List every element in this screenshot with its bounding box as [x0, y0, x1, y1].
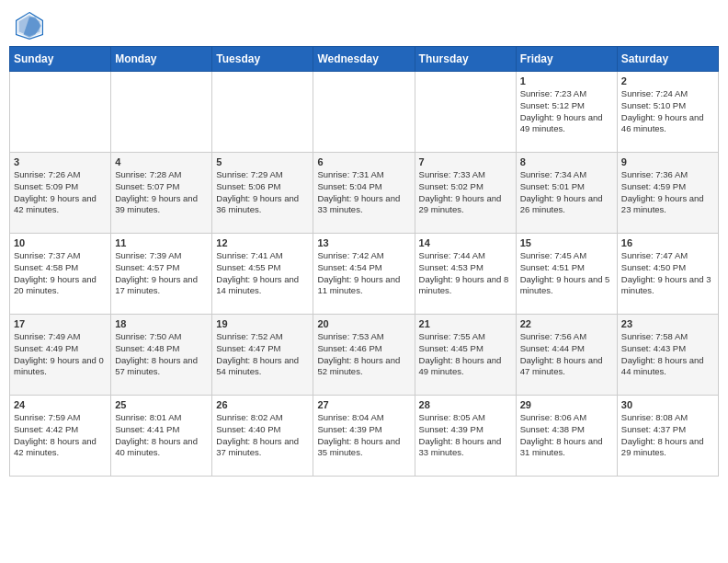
day-number: 10	[14, 237, 107, 248]
day-cell: 27Sunrise: 8:04 AM Sunset: 4:39 PM Dayli…	[313, 396, 415, 477]
header-cell-tuesday: Tuesday	[212, 47, 313, 72]
day-cell: 12Sunrise: 7:41 AM Sunset: 4:55 PM Dayli…	[212, 234, 313, 315]
day-cell: 6Sunrise: 7:31 AM Sunset: 5:04 PM Daylig…	[313, 153, 415, 234]
week-row-2: 10Sunrise: 7:37 AM Sunset: 4:58 PM Dayli…	[10, 234, 719, 315]
day-info: Sunrise: 7:45 AM Sunset: 4:51 PM Dayligh…	[520, 250, 613, 297]
day-number: 2	[621, 75, 714, 86]
day-info: Sunrise: 7:23 AM Sunset: 5:12 PM Dayligh…	[520, 88, 613, 135]
day-cell: 28Sunrise: 8:05 AM Sunset: 4:39 PM Dayli…	[415, 396, 516, 477]
header-cell-sunday: Sunday	[10, 47, 111, 72]
day-number: 22	[520, 318, 613, 329]
day-info: Sunrise: 8:08 AM Sunset: 4:37 PM Dayligh…	[621, 412, 714, 459]
day-number: 27	[317, 399, 410, 410]
day-number: 6	[317, 156, 410, 167]
logo-icon	[15, 11, 44, 40]
day-info: Sunrise: 7:55 AM Sunset: 4:45 PM Dayligh…	[419, 331, 512, 378]
day-number: 15	[520, 237, 613, 248]
day-number: 25	[115, 399, 208, 410]
week-row-0: 1Sunrise: 7:23 AM Sunset: 5:12 PM Daylig…	[10, 72, 719, 153]
week-row-4: 24Sunrise: 7:59 AM Sunset: 4:42 PM Dayli…	[10, 396, 719, 477]
day-info: Sunrise: 7:56 AM Sunset: 4:44 PM Dayligh…	[520, 331, 613, 378]
day-number: 26	[216, 399, 309, 410]
day-cell: 3Sunrise: 7:26 AM Sunset: 5:09 PM Daylig…	[10, 153, 111, 234]
day-cell: 5Sunrise: 7:29 AM Sunset: 5:06 PM Daylig…	[212, 153, 313, 234]
day-cell: 13Sunrise: 7:42 AM Sunset: 4:54 PM Dayli…	[313, 234, 415, 315]
calendar: SundayMondayTuesdayWednesdayThursdayFrid…	[0, 46, 728, 563]
day-cell: 4Sunrise: 7:28 AM Sunset: 5:07 PM Daylig…	[111, 153, 212, 234]
day-info: Sunrise: 7:52 AM Sunset: 4:47 PM Dayligh…	[216, 331, 309, 378]
day-info: Sunrise: 7:37 AM Sunset: 4:58 PM Dayligh…	[14, 250, 107, 297]
day-cell: 22Sunrise: 7:56 AM Sunset: 4:44 PM Dayli…	[516, 315, 617, 396]
day-number: 28	[419, 399, 512, 410]
day-info: Sunrise: 7:59 AM Sunset: 4:42 PM Dayligh…	[14, 412, 107, 459]
day-cell: 30Sunrise: 8:08 AM Sunset: 4:37 PM Dayli…	[617, 396, 718, 477]
day-cell	[313, 72, 415, 153]
day-cell	[111, 72, 212, 153]
header-row: SundayMondayTuesdayWednesdayThursdayFrid…	[10, 47, 719, 72]
day-number: 17	[14, 318, 107, 329]
day-number: 14	[419, 237, 512, 248]
day-number: 9	[621, 156, 714, 167]
day-cell: 14Sunrise: 7:44 AM Sunset: 4:53 PM Dayli…	[415, 234, 516, 315]
header-cell-wednesday: Wednesday	[313, 47, 415, 72]
day-info: Sunrise: 7:53 AM Sunset: 4:46 PM Dayligh…	[317, 331, 410, 378]
day-info: Sunrise: 8:05 AM Sunset: 4:39 PM Dayligh…	[419, 412, 512, 459]
day-info: Sunrise: 7:31 AM Sunset: 5:04 PM Dayligh…	[317, 169, 410, 216]
day-number: 7	[419, 156, 512, 167]
day-info: Sunrise: 7:26 AM Sunset: 5:09 PM Dayligh…	[14, 169, 107, 216]
calendar-table: SundayMondayTuesdayWednesdayThursdayFrid…	[9, 46, 719, 477]
day-cell: 26Sunrise: 8:02 AM Sunset: 4:40 PM Dayli…	[212, 396, 313, 477]
day-number: 20	[317, 318, 410, 329]
day-info: Sunrise: 7:29 AM Sunset: 5:06 PM Dayligh…	[216, 169, 309, 216]
day-number: 30	[621, 399, 714, 410]
day-cell: 2Sunrise: 7:24 AM Sunset: 5:10 PM Daylig…	[617, 72, 718, 153]
day-info: Sunrise: 7:47 AM Sunset: 4:50 PM Dayligh…	[621, 250, 714, 297]
header-cell-friday: Friday	[516, 47, 617, 72]
day-cell: 9Sunrise: 7:36 AM Sunset: 4:59 PM Daylig…	[617, 153, 718, 234]
day-cell: 18Sunrise: 7:50 AM Sunset: 4:48 PM Dayli…	[111, 315, 212, 396]
day-number: 18	[115, 318, 208, 329]
day-number: 3	[14, 156, 107, 167]
header-cell-monday: Monday	[111, 47, 212, 72]
day-info: Sunrise: 7:28 AM Sunset: 5:07 PM Dayligh…	[115, 169, 208, 216]
day-info: Sunrise: 7:44 AM Sunset: 4:53 PM Dayligh…	[419, 250, 512, 297]
day-info: Sunrise: 7:58 AM Sunset: 4:43 PM Dayligh…	[621, 331, 714, 378]
day-info: Sunrise: 7:39 AM Sunset: 4:57 PM Dayligh…	[115, 250, 208, 297]
header	[0, 0, 728, 46]
header-cell-saturday: Saturday	[617, 47, 718, 72]
day-info: Sunrise: 7:49 AM Sunset: 4:49 PM Dayligh…	[14, 331, 107, 378]
day-cell: 20Sunrise: 7:53 AM Sunset: 4:46 PM Dayli…	[313, 315, 415, 396]
day-number: 11	[115, 237, 208, 248]
day-info: Sunrise: 7:36 AM Sunset: 4:59 PM Dayligh…	[621, 169, 714, 216]
logo	[15, 11, 48, 40]
day-cell: 1Sunrise: 7:23 AM Sunset: 5:12 PM Daylig…	[516, 72, 617, 153]
day-cell: 8Sunrise: 7:34 AM Sunset: 5:01 PM Daylig…	[516, 153, 617, 234]
day-cell: 19Sunrise: 7:52 AM Sunset: 4:47 PM Dayli…	[212, 315, 313, 396]
day-info: Sunrise: 7:50 AM Sunset: 4:48 PM Dayligh…	[115, 331, 208, 378]
day-cell: 29Sunrise: 8:06 AM Sunset: 4:38 PM Dayli…	[516, 396, 617, 477]
day-cell	[415, 72, 516, 153]
day-info: Sunrise: 8:04 AM Sunset: 4:39 PM Dayligh…	[317, 412, 410, 459]
day-number: 21	[419, 318, 512, 329]
day-info: Sunrise: 7:42 AM Sunset: 4:54 PM Dayligh…	[317, 250, 410, 297]
day-cell: 21Sunrise: 7:55 AM Sunset: 4:45 PM Dayli…	[415, 315, 516, 396]
week-row-1: 3Sunrise: 7:26 AM Sunset: 5:09 PM Daylig…	[10, 153, 719, 234]
day-number: 16	[621, 237, 714, 248]
day-info: Sunrise: 8:02 AM Sunset: 4:40 PM Dayligh…	[216, 412, 309, 459]
day-cell: 25Sunrise: 8:01 AM Sunset: 4:41 PM Dayli…	[111, 396, 212, 477]
day-number: 8	[520, 156, 613, 167]
day-info: Sunrise: 7:34 AM Sunset: 5:01 PM Dayligh…	[520, 169, 613, 216]
day-cell: 24Sunrise: 7:59 AM Sunset: 4:42 PM Dayli…	[10, 396, 111, 477]
day-info: Sunrise: 8:06 AM Sunset: 4:38 PM Dayligh…	[520, 412, 613, 459]
day-info: Sunrise: 7:24 AM Sunset: 5:10 PM Dayligh…	[621, 88, 714, 135]
page: SundayMondayTuesdayWednesdayThursdayFrid…	[0, 0, 728, 563]
day-info: Sunrise: 8:01 AM Sunset: 4:41 PM Dayligh…	[115, 412, 208, 459]
day-cell: 17Sunrise: 7:49 AM Sunset: 4:49 PM Dayli…	[10, 315, 111, 396]
day-number: 5	[216, 156, 309, 167]
day-number: 12	[216, 237, 309, 248]
day-number: 4	[115, 156, 208, 167]
day-cell	[212, 72, 313, 153]
day-number: 24	[14, 399, 107, 410]
week-row-3: 17Sunrise: 7:49 AM Sunset: 4:49 PM Dayli…	[10, 315, 719, 396]
day-cell: 16Sunrise: 7:47 AM Sunset: 4:50 PM Dayli…	[617, 234, 718, 315]
